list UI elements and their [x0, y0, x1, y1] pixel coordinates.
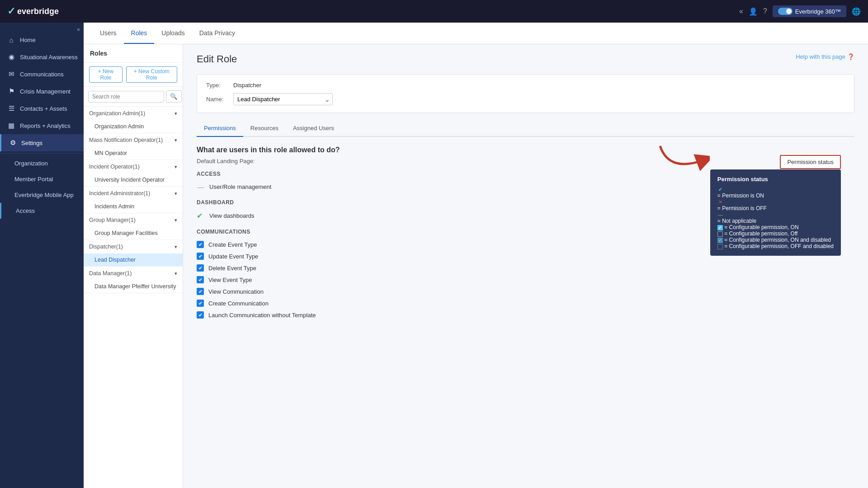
- perm-item-create-communication: ✔ Create Communication: [197, 297, 854, 309]
- app-logo: ✓ everbridge: [7, 5, 59, 17]
- sidebar-item-organization[interactable]: Organization: [0, 155, 84, 171]
- page-help-text: Help with this page: [796, 53, 845, 60]
- edit-role-title: Edit Role: [197, 53, 854, 65]
- perm-checkbox-view-communication[interactable]: ✔: [197, 288, 204, 295]
- checkbox-check-icon-4: ✔: [198, 277, 203, 283]
- perm-label-view-event-type: View Event Type: [208, 277, 252, 283]
- situational-awareness-icon: ◉: [7, 53, 15, 61]
- sidebar-collapse-button[interactable]: «: [77, 26, 80, 33]
- role-group-org-admin-header[interactable]: Organization Admin(1) ▾: [84, 107, 183, 120]
- app-name: everbridge: [17, 7, 59, 16]
- tooltip-row-x: ✕ = Permission is OFF: [717, 199, 834, 211]
- role-type-value: Dispatcher: [233, 82, 261, 89]
- org-admin-chevron: ▾: [175, 111, 177, 117]
- role-group-incident-admin: Incident Administrator(1) ▾ Incidents Ad…: [84, 187, 183, 213]
- role-item-data-mgr-pfeiffer[interactable]: Data Manager Pfeiffer University: [84, 280, 183, 293]
- role-item-mn-operator[interactable]: MN Operator: [84, 147, 183, 160]
- sidebar-item-home[interactable]: ⌂ Home: [0, 32, 84, 48]
- role-item-univ-incident-op[interactable]: University Incident Operator: [84, 174, 183, 186]
- role-group-dispatcher-label: Dispatcher(1): [89, 244, 123, 250]
- dispatcher-chevron: ▾: [175, 244, 177, 250]
- perm-checkbox-create-event-type[interactable]: ✔: [197, 241, 204, 248]
- sidebar-item-communications[interactable]: ✉ Communications: [0, 66, 84, 83]
- checkbox-check-icon-7: ✔: [198, 312, 203, 318]
- sidebar-item-member-portal-label: Member Portal: [14, 176, 53, 183]
- role-item-lead-dispatcher[interactable]: Lead Dispatcher: [84, 253, 183, 266]
- back-nav-button[interactable]: «: [739, 7, 743, 15]
- role-search-input[interactable]: [88, 91, 164, 103]
- contacts-icon: ☰: [7, 104, 15, 113]
- role-group-mass-notif-header[interactable]: Mass Notification Operator(1) ▾: [84, 133, 183, 147]
- everbridge-360-button[interactable]: Everbridge 360™: [773, 5, 846, 17]
- sidebar-item-organization-label: Organization: [14, 160, 48, 167]
- tab-data-privacy[interactable]: Data Privacy: [192, 23, 242, 44]
- role-group-incident-op: Incident Operator(1) ▾ University Incide…: [84, 160, 183, 187]
- perm-check-icon: ✔: [197, 211, 205, 220]
- tooltip-dash-icon: —: [717, 211, 724, 218]
- tooltip-row-dash-text: = Not applicable: [717, 218, 756, 224]
- main-content: Users Roles Uploads Data Privacy Roles +…: [84, 23, 868, 488]
- permissions-content-wrapper: What are users in this role allowed to d…: [197, 146, 854, 321]
- new-custom-role-button[interactable]: + New Custom Role: [126, 66, 177, 83]
- role-name-input[interactable]: [233, 93, 333, 105]
- perm-checkbox-view-event-type[interactable]: ✔: [197, 276, 204, 283]
- perm-checkbox-launch-comm[interactable]: ✔: [197, 311, 204, 319]
- sidebar-item-member-portal[interactable]: Member Portal: [0, 171, 84, 187]
- checkbox-check-icon-6: ✔: [198, 300, 203, 306]
- page-help-link[interactable]: Help with this page ❓: [796, 53, 854, 60]
- sidebar-item-contacts-assets[interactable]: ☰ Contacts + Assets: [0, 100, 84, 117]
- tab-users[interactable]: Users: [93, 23, 124, 44]
- logo-icon: ✓: [7, 5, 15, 17]
- role-group-data-manager-header[interactable]: Data Manager(1) ▾: [84, 267, 183, 280]
- sidebar-item-everbridge-mobile[interactable]: Everbridge Mobile App: [0, 187, 84, 203]
- role-group-dispatcher-header[interactable]: Dispatcher(1) ▾: [84, 240, 183, 253]
- role-group-dispatcher: Dispatcher(1) ▾ Lead Dispatcher: [84, 240, 183, 267]
- perm-minus-icon: —: [197, 183, 205, 191]
- perm-tab-assigned-users[interactable]: Assigned Users: [286, 120, 341, 137]
- help-button[interactable]: ?: [763, 7, 767, 15]
- role-group-incident-op-label: Incident Operator(1): [89, 164, 140, 170]
- role-group-group-manager-header[interactable]: Group Manager(1) ▾: [84, 213, 183, 227]
- checkbox-check-icon-2: ✔: [198, 253, 203, 259]
- tooltip-row-x-text: = Permission is OFF: [717, 205, 767, 211]
- tooltip-row-cb-off: = Configurable permission, Off: [717, 230, 834, 237]
- perm-item-view-communication: ✔ View Communication: [197, 286, 854, 297]
- role-search-button[interactable]: 🔍: [166, 90, 182, 103]
- tab-roles[interactable]: Roles: [124, 23, 155, 44]
- perm-checkbox-create-communication[interactable]: ✔: [197, 300, 204, 307]
- tooltip-cb-off-disabled-icon: [717, 244, 723, 249]
- sidebar-item-crisis-management[interactable]: ⚑ Crisis Management: [0, 83, 84, 100]
- role-item-incidents-admin[interactable]: Incidents Admin: [84, 200, 183, 213]
- perm-tab-resources[interactable]: Resources: [243, 120, 286, 137]
- role-group-incident-admin-header[interactable]: Incident Administrator(1) ▾: [84, 187, 183, 200]
- role-item-org-admin[interactable]: Organization Admin: [84, 120, 183, 133]
- sidebar-item-mobile-label: Everbridge Mobile App: [14, 192, 74, 198]
- user-button[interactable]: 👤: [749, 7, 758, 16]
- perm-checkbox-update-event-type[interactable]: ✔: [197, 253, 204, 260]
- role-type-row: Type: Dispatcher: [206, 82, 845, 89]
- sidebar-item-home-label: Home: [20, 37, 36, 43]
- top-bar-right: « 👤 ? Everbridge 360™ 🌐: [739, 5, 861, 17]
- sidebar-item-reports-analytics[interactable]: ▦ Reports + Analytics: [0, 117, 84, 134]
- sidebar-item-access[interactable]: Access: [0, 203, 84, 219]
- communications-icon: ✉: [7, 70, 15, 78]
- sidebar-item-settings[interactable]: ⚙ Settings: [0, 134, 84, 151]
- perm-label-launch-comm: Launch Communication without Template: [208, 312, 316, 319]
- globe-button[interactable]: 🌐: [852, 7, 861, 16]
- main-layout: « ⌂ Home ◉ Situational Awareness ✉ Commu…: [0, 23, 868, 488]
- perm-label-create-event-type: Create Event Type: [208, 241, 257, 248]
- toggle-switch[interactable]: [778, 8, 793, 15]
- roles-breadcrumb: Roles: [90, 50, 107, 57]
- role-item-group-mgr-facilities[interactable]: Group Manager Facilities: [84, 227, 183, 239]
- perm-item-launch-comm: ✔ Launch Communication without Template: [197, 309, 854, 321]
- role-name-row: Name: ⌄: [206, 93, 845, 105]
- tab-uploads[interactable]: Uploads: [154, 23, 192, 44]
- role-type-label: Type:: [206, 82, 233, 89]
- permission-status-button[interactable]: Permission status: [780, 155, 841, 169]
- perm-tab-permissions[interactable]: Permissions: [197, 120, 243, 137]
- role-group-incident-op-header[interactable]: Incident Operator(1) ▾: [84, 160, 183, 174]
- new-role-button[interactable]: + New Role: [89, 66, 123, 83]
- roles-header: Roles: [84, 44, 183, 63]
- sidebar-item-situational-awareness[interactable]: ◉ Situational Awareness: [0, 48, 84, 66]
- perm-checkbox-delete-event-type[interactable]: ✔: [197, 264, 204, 272]
